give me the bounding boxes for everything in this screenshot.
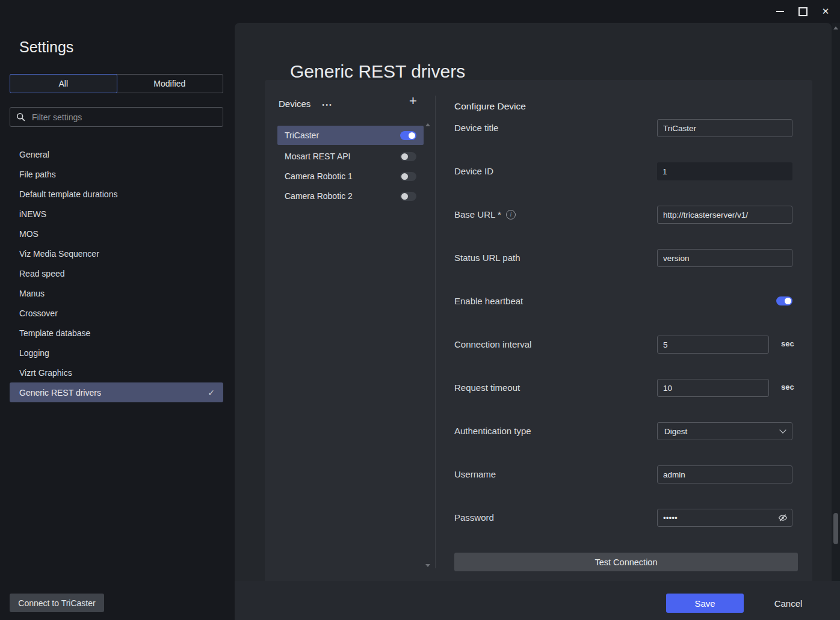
device-name: Mosart REST API: [285, 152, 350, 161]
device-name: Camera Robotic 2: [285, 191, 353, 201]
device-row-tricaster[interactable]: TriCaster: [277, 126, 424, 145]
device-title-input[interactable]: [657, 119, 792, 137]
password-field: [657, 509, 792, 527]
sidebar-item-default-template-durations[interactable]: Default template durations: [10, 184, 223, 204]
sidebar-tabs: All Modified: [10, 74, 223, 93]
device-row-camera-robotic-2[interactable]: Camera Robotic 2: [277, 188, 424, 204]
add-device-icon[interactable]: +: [409, 93, 417, 109]
device-title-label: Device title: [454, 123, 498, 133]
test-connection-button[interactable]: Test Connection: [454, 553, 798, 571]
main-panel: Generic REST drivers Devices ••• + TriCa…: [235, 23, 832, 581]
titlebar-controls: ✕: [770, 4, 835, 19]
configure-device-title: Configure Device: [454, 101, 526, 112]
search-icon: [16, 112, 25, 121]
close-icon: ✕: [822, 6, 830, 17]
sidebar-item-read-speed[interactable]: Read speed: [10, 263, 223, 283]
request-timeout-unit: sec: [781, 382, 794, 391]
device-row-mosart-rest-api[interactable]: Mosart REST API: [277, 149, 424, 164]
sidebar-item-generic-rest-drivers[interactable]: Generic REST drivers ✓: [10, 382, 223, 402]
device-toggle-off[interactable]: [400, 192, 416, 201]
device-id-input: [657, 162, 792, 180]
connection-interval-unit: sec: [781, 339, 794, 348]
maximize-button[interactable]: [793, 4, 812, 19]
base-url-label: Base URL * i: [454, 209, 516, 219]
save-button[interactable]: Save: [666, 594, 744, 613]
tab-all[interactable]: All: [10, 74, 117, 93]
vertical-scrollbar[interactable]: [832, 23, 840, 581]
drivers-card: Devices ••• + TriCaster Mosart REST API …: [265, 80, 812, 581]
settings-sidebar: Settings All Modified General File paths…: [0, 0, 235, 620]
status-url-path-input[interactable]: [657, 249, 792, 267]
toggle-knob: [401, 153, 408, 160]
sidebar-item-template-database[interactable]: Template database: [10, 323, 223, 343]
info-icon[interactable]: i: [506, 210, 516, 219]
sidebar-item-label: Generic REST drivers: [19, 388, 101, 397]
devices-header: Devices •••: [279, 99, 333, 109]
selected-option: Digest: [664, 427, 687, 436]
base-url-input[interactable]: [657, 206, 792, 224]
request-timeout-input[interactable]: [657, 379, 769, 397]
enable-heartbeat-toggle[interactable]: [776, 296, 792, 305]
toggle-knob: [785, 298, 791, 304]
check-icon: ✓: [208, 388, 215, 397]
minimize-button[interactable]: [770, 4, 789, 19]
scrollbar-thumb[interactable]: [833, 513, 838, 544]
sidebar-item-inews[interactable]: iNEWS: [10, 204, 223, 224]
sidebar-item-mos[interactable]: MOS: [10, 224, 223, 244]
authentication-type-select[interactable]: Digest: [657, 422, 792, 440]
scroll-down-icon[interactable]: [425, 564, 430, 567]
sidebar-item-vizrt-graphics[interactable]: Vizrt Graphics: [10, 363, 223, 382]
filter-settings-input[interactable]: [31, 112, 217, 123]
toggle-knob: [409, 132, 415, 139]
password-label: Password: [454, 512, 494, 523]
password-input[interactable]: [657, 509, 792, 527]
authentication-type-label: Authentication type: [454, 426, 531, 436]
devices-menu-icon[interactable]: •••: [322, 101, 333, 108]
minimize-icon: [776, 11, 784, 12]
request-timeout-label: Request timeout: [454, 382, 520, 393]
device-name: TriCaster: [285, 130, 319, 140]
device-name: Camera Robotic 1: [285, 171, 353, 181]
password-visibility-icon[interactable]: [778, 513, 788, 523]
cancel-button[interactable]: Cancel: [759, 594, 817, 613]
sidebar-title: Settings: [19, 38, 73, 56]
device-toggle-off[interactable]: [400, 172, 416, 181]
device-row-camera-robotic-1[interactable]: Camera Robotic 1: [277, 168, 424, 184]
devices-label: Devices: [279, 99, 310, 109]
username-input[interactable]: [657, 465, 792, 483]
connection-interval-input[interactable]: [657, 336, 769, 354]
sidebar-item-file-paths[interactable]: File paths: [10, 164, 223, 184]
settings-nav: General File paths Default template dura…: [10, 144, 223, 402]
app-window: ✕ Settings All Modified General File pat…: [0, 0, 840, 620]
column-divider: [435, 96, 436, 568]
sidebar-item-manus[interactable]: Manus: [10, 283, 223, 303]
connection-interval-label: Connection interval: [454, 339, 531, 349]
username-label: Username: [454, 469, 496, 479]
toggle-knob: [401, 173, 408, 180]
close-button[interactable]: ✕: [816, 4, 835, 19]
device-toggle-on[interactable]: [400, 131, 416, 140]
toggle-knob: [401, 193, 408, 200]
scroll-up-icon[interactable]: [833, 26, 838, 29]
sidebar-item-crossover[interactable]: Crossover: [10, 303, 223, 323]
base-url-label-text: Base URL *: [454, 209, 501, 219]
filter-settings-box: [10, 107, 223, 127]
page-title: Generic REST drivers: [290, 61, 465, 82]
device-toggle-off[interactable]: [400, 152, 416, 161]
sidebar-item-viz-media-sequencer[interactable]: Viz Media Sequencer: [10, 244, 223, 263]
device-id-label: Device ID: [454, 166, 493, 176]
footer-bar: Save Cancel: [235, 581, 840, 620]
chevron-down-icon: [779, 426, 786, 433]
enable-heartbeat-label: Enable heartbeat: [454, 296, 523, 306]
tab-modified[interactable]: Modified: [117, 75, 223, 93]
sidebar-item-general[interactable]: General: [10, 144, 223, 164]
connect-to-tricaster-button[interactable]: Connect to TriCaster: [10, 594, 104, 612]
sidebar-item-logging[interactable]: Logging: [10, 343, 223, 363]
maximize-icon: [798, 7, 808, 16]
status-url-path-label: Status URL path: [454, 253, 520, 263]
scroll-up-icon[interactable]: [425, 123, 430, 126]
